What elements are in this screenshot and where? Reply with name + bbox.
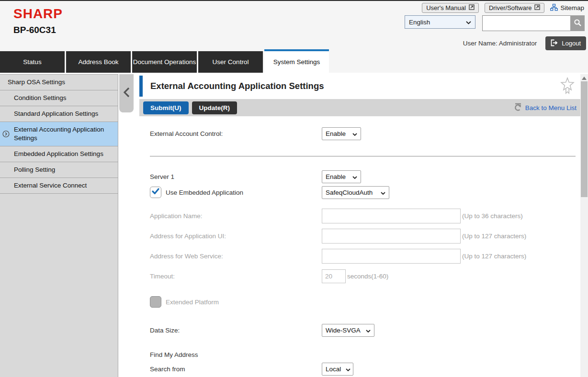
application-name-input bbox=[322, 209, 461, 223]
sharp-logo: SHARP bbox=[13, 6, 63, 22]
favorite-star-icon[interactable] bbox=[560, 77, 575, 97]
row-extended-platform: Extended Platform bbox=[150, 296, 580, 308]
sidebar-collapse-button[interactable] bbox=[119, 74, 134, 112]
users-manual-button[interactable]: User's Manual bbox=[422, 3, 479, 13]
tab-user-control[interactable]: User Control bbox=[198, 51, 263, 73]
scroll-up-arrow[interactable] bbox=[582, 77, 587, 80]
sitemap-link[interactable]: Sitemap bbox=[550, 4, 584, 12]
sidebar: Sharp OSA Settings Condition Settings St… bbox=[0, 74, 118, 377]
address-web-service-input bbox=[322, 249, 461, 264]
row-data-size: Data Size: Wide-SVGA bbox=[150, 323, 580, 337]
settings-form: External Account Control: Enable Server … bbox=[150, 116, 580, 376]
title-accent-bar bbox=[139, 76, 143, 97]
server1-select[interactable]: Enable bbox=[322, 170, 361, 183]
embedded-application-select[interactable]: SafeqCloudAuth bbox=[322, 186, 389, 199]
search-box bbox=[482, 15, 585, 31]
use-embedded-application-checkbox[interactable] bbox=[150, 187, 161, 198]
sidebar-item-polling-setting[interactable]: Polling Setting bbox=[0, 162, 118, 178]
address-web-service-label: Address for Web Service: bbox=[150, 253, 322, 260]
sidebar-item-external-service-connect[interactable]: External Service Connect bbox=[0, 178, 118, 194]
tab-status[interactable]: Status bbox=[0, 51, 65, 73]
find-my-address-label: Find My Address bbox=[150, 351, 322, 358]
row-find-my-address: Find My Address bbox=[150, 350, 580, 359]
language-select[interactable]: English bbox=[405, 15, 475, 29]
row-search-from: Search from Local bbox=[150, 362, 580, 376]
row-address-application-ui: Address for Application UI: (Up to 127 c… bbox=[150, 228, 580, 244]
sidebar-item-condition-settings[interactable]: Condition Settings bbox=[0, 90, 118, 106]
sidebar-item-sharp-osa-settings[interactable]: Sharp OSA Settings bbox=[0, 75, 118, 90]
row-address-web-service: Address for Web Service: (Up to 127 char… bbox=[150, 248, 580, 264]
row-application-name: Application Name: (Up to 36 characters) bbox=[150, 208, 580, 223]
return-arrow-icon bbox=[513, 102, 522, 113]
address-application-ui-input bbox=[322, 229, 461, 244]
chevron-down-icon bbox=[346, 366, 351, 373]
vertical-scrollbar bbox=[580, 74, 588, 377]
search-button[interactable] bbox=[570, 15, 585, 31]
chevron-left-icon bbox=[124, 87, 130, 100]
address-application-ui-label: Address for Application UI: bbox=[150, 233, 322, 240]
external-link-icon bbox=[534, 4, 540, 11]
tab-address-book[interactable]: Address Book bbox=[66, 51, 131, 73]
chevron-down-icon bbox=[466, 19, 471, 26]
user-name-label: User Name: Administrator bbox=[463, 40, 537, 47]
external-account-control-select[interactable]: Enable bbox=[322, 127, 361, 140]
search-from-label: Search from bbox=[150, 366, 322, 373]
logout-icon bbox=[551, 39, 558, 48]
tab-system-settings[interactable]: System Settings bbox=[264, 49, 329, 73]
search-input[interactable] bbox=[482, 15, 570, 31]
use-embedded-application-label: Use Embedded Application bbox=[166, 189, 243, 196]
external-link-icon bbox=[469, 4, 475, 11]
data-size-label: Data Size: bbox=[150, 327, 322, 334]
sitemap-icon bbox=[550, 4, 558, 12]
application-name-label: Application Name: bbox=[150, 212, 322, 220]
timeout-input bbox=[322, 269, 346, 283]
checkmark-icon bbox=[152, 188, 159, 197]
extended-platform-checkbox bbox=[150, 296, 161, 308]
circled-arrow-icon bbox=[2, 131, 10, 138]
main-tab-bar: Status Address Book Document Operations … bbox=[0, 49, 330, 73]
section-divider bbox=[150, 156, 576, 156]
extended-platform-label: Extended Platform bbox=[166, 299, 219, 306]
chevron-down-icon bbox=[381, 189, 385, 196]
update-button[interactable]: Update(R) bbox=[192, 101, 237, 114]
chevron-down-icon bbox=[366, 327, 371, 334]
sidebar-item-external-accounting-application-settings[interactable]: External Accounting Application Settings bbox=[0, 122, 118, 146]
chevron-down-icon bbox=[352, 130, 357, 137]
data-size-select[interactable]: Wide-SVGA bbox=[322, 324, 374, 337]
back-to-menu-link[interactable]: Back to Menu List bbox=[513, 102, 577, 113]
submit-button[interactable]: Submit(U) bbox=[143, 101, 189, 114]
page-title: External Accounting Application Settings bbox=[150, 81, 324, 91]
action-toolbar: Submit(U) Update(R) Back to Menu List bbox=[139, 99, 580, 116]
logout-button[interactable]: Logout bbox=[545, 36, 586, 50]
tab-document-operations[interactable]: Document Operations bbox=[132, 51, 197, 73]
timeout-hint: seconds(1-60) bbox=[347, 273, 388, 280]
scrollbar-thumb[interactable] bbox=[581, 81, 588, 197]
row-timeout: Timeout: seconds(1-60) bbox=[150, 269, 580, 283]
driver-software-button[interactable]: Driver/Software bbox=[485, 3, 545, 13]
address-web-service-hint: (Up to 127 characters) bbox=[462, 253, 526, 260]
model-name: BP-60C31 bbox=[13, 25, 56, 35]
search-icon bbox=[574, 19, 582, 28]
sidebar-item-standard-application-settings[interactable]: Standard Application Settings bbox=[0, 106, 118, 122]
row-external-account-control: External Account Control: Enable bbox=[150, 127, 580, 140]
application-name-hint: (Up to 36 characters) bbox=[462, 212, 523, 220]
search-from-select[interactable]: Local bbox=[322, 363, 353, 376]
timeout-label: Timeout: bbox=[150, 273, 322, 280]
external-account-control-label: External Account Control: bbox=[150, 130, 322, 137]
address-application-ui-hint: (Up to 127 characters) bbox=[462, 233, 526, 240]
sidebar-item-embedded-application-settings[interactable]: Embedded Application Settings bbox=[0, 146, 118, 162]
server1-label: Server 1 bbox=[150, 173, 322, 180]
row-server1: Server 1 Enable bbox=[150, 170, 580, 183]
row-use-embedded-application: Use Embedded Application SafeqCloudAuth bbox=[150, 186, 580, 199]
chevron-down-icon bbox=[352, 173, 357, 180]
